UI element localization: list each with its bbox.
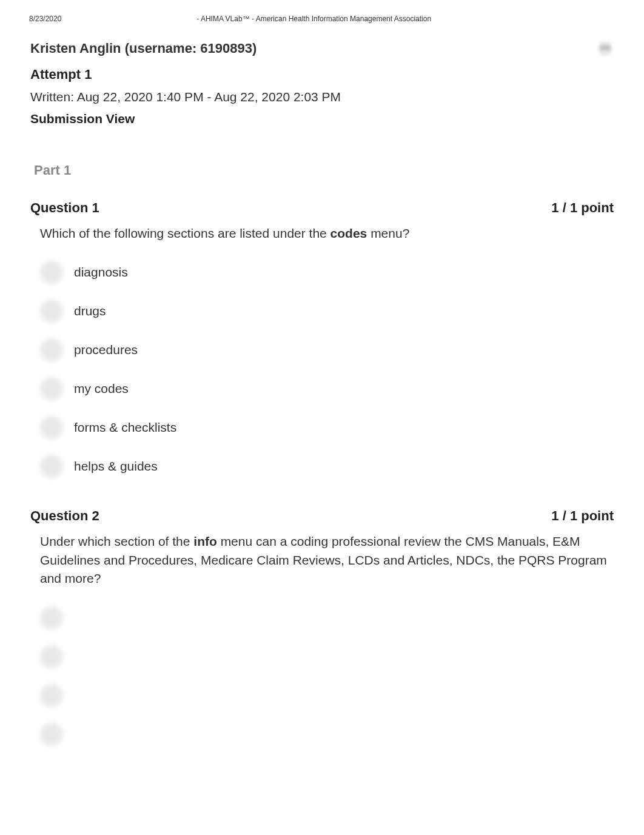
option-row [40,723,614,746]
question-text: Under which section of the info menu can… [30,532,614,588]
option-label: helps & guides [74,459,158,474]
radio-icon[interactable] [40,300,63,323]
option-row [40,684,614,707]
question-points: 1 / 1 point [551,508,614,524]
question-block: Question 1 1 / 1 point Which of the foll… [30,200,614,478]
question-text-bold: info [193,534,216,548]
option-row: drugs [40,300,614,323]
question-points: 1 / 1 point [551,200,614,216]
user-info: Kristen Anglin (username: 6190893) [30,41,257,56]
attempt-label: Attempt 1 [30,67,614,82]
option-row: forms & checklists [40,416,614,439]
radio-icon[interactable] [40,606,63,629]
option-label: diagnosis [74,265,128,280]
svg-rect-0 [601,43,609,46]
question-header: Question 1 1 / 1 point [30,200,614,216]
user-row: Kristen Anglin (username: 6190893) [30,40,614,57]
option-row: diagnosis [40,261,614,284]
header-date: 8/23/2020 [29,15,61,23]
radio-icon[interactable] [40,645,63,668]
svg-rect-2 [602,50,609,54]
content: Kristen Anglin (username: 6190893) Attem… [0,28,644,788]
option-row: procedures [40,338,614,361]
question-header: Question 2 1 / 1 point [30,508,614,524]
part-label: Part 1 [30,163,614,178]
question-text-before: Which of the following sections are list… [40,226,330,240]
options-list: diagnosis drugs procedures my codes form… [30,261,614,478]
option-row [40,645,614,668]
radio-icon[interactable] [40,455,63,478]
radio-icon[interactable] [40,723,63,746]
question-text-before: Under which section of the [40,534,193,548]
radio-icon[interactable] [40,377,63,400]
option-row: helps & guides [40,455,614,478]
question-title: Question 1 [30,200,99,216]
question-text: Which of the following sections are list… [30,224,614,243]
page-header: 8/23/2020 - AHIMA VLab™ - American Healt… [0,0,644,28]
radio-icon[interactable] [40,261,63,284]
radio-icon[interactable] [40,338,63,361]
option-label: my codes [74,381,129,396]
print-icon[interactable] [597,40,614,57]
submission-view-label: Submission View [30,112,614,126]
option-label: procedures [74,343,138,357]
radio-icon[interactable] [40,684,63,707]
question-block: Question 2 1 / 1 point Under which secti… [30,508,614,745]
radio-icon[interactable] [40,416,63,439]
option-label: forms & checklists [74,420,176,435]
options-list [30,606,614,746]
option-label: drugs [74,304,106,318]
header-title: - AHIMA VLab™ - American Health Informat… [61,15,615,23]
question-text-after: menu? [367,226,409,240]
written-label: Written: Aug 22, 2020 1:40 PM - Aug 22, … [30,90,614,104]
question-title: Question 2 [30,508,99,524]
option-row [40,606,614,629]
question-text-bold: codes [330,226,367,240]
option-row: my codes [40,377,614,400]
